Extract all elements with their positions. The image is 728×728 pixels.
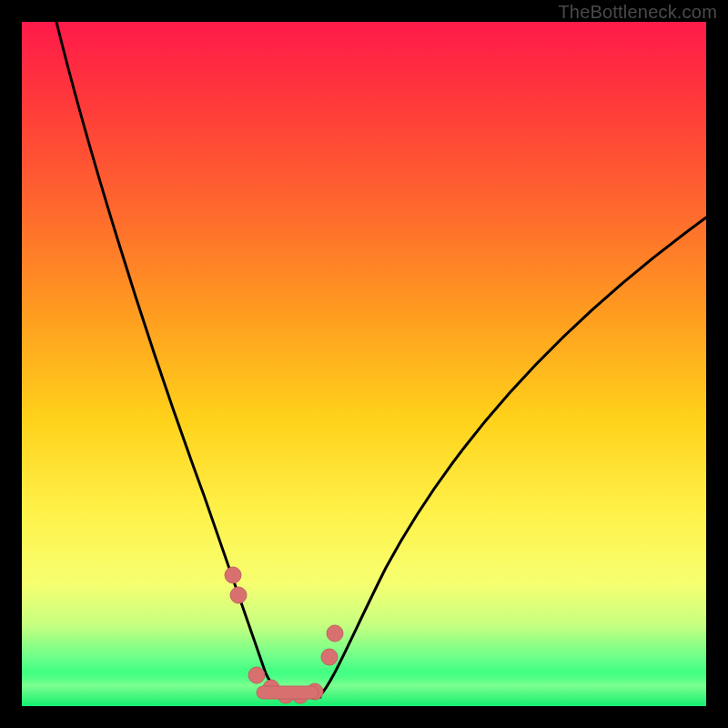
marker-dot [225, 567, 241, 583]
marker-dot [327, 625, 343, 642]
marker-flat-segment [257, 686, 318, 699]
curve-left-branch [56, 22, 286, 697]
marker-dot [230, 587, 247, 603]
plot-area [22, 22, 706, 706]
chart-svg [22, 22, 706, 706]
outer-frame: TheBottleneck.com [0, 0, 728, 728]
watermark-text: TheBottleneck.com [558, 2, 717, 23]
marker-dot [248, 667, 265, 683]
marker-group [225, 567, 343, 703]
curve-right-branch [318, 217, 706, 697]
marker-dot [321, 649, 338, 665]
